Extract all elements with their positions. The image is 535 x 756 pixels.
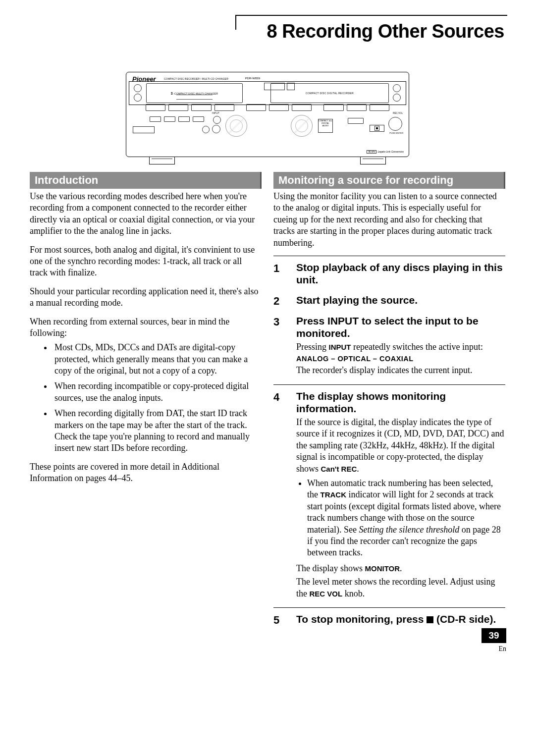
section-heading-introduction: Introduction [30,172,262,189]
intro-p4: When recording from external sources, be… [30,316,262,339]
legato-label: 96 kHzLegato Link Conversion [367,150,404,154]
page-number-badge: 39 [482,628,506,643]
stop-button-panel [374,126,379,131]
rec-vol-knob [388,117,402,131]
device-model: PDR-W839 [245,77,260,80]
right-disc-tray: COMPACT DISC DIGITAL RECORDER [270,83,389,103]
intro-bullet-1: Most CDs, MDs, DCCs and DATs are digital… [53,342,262,377]
chapter-name: Recording Other Sources [282,21,504,42]
intro-p1: Use the various recording modes describe… [30,191,262,237]
intro-bullet-list: Most CDs, MDs, DCCs and DATs are digital… [30,342,262,454]
step-4: 4 The display shows monitoring informati… [273,384,505,607]
step-1: 1 Stop playback of any discs playing in … [273,256,505,294]
step-3: 3 Press INPUT to select the input to be … [273,315,505,384]
input-selector-knob [213,116,221,124]
step-5: 5 To stop monitoring, press (CD-R side). [273,607,505,633]
stop-icon [427,616,433,623]
device-illustration: Pioneer COMPACT DISC RECORDER / MULTI-CD… [0,42,535,172]
brand-subtitle: COMPACT DISC RECORDER / MULTI-CD CHANGER [164,77,228,80]
chapter-number: 8 [267,21,277,42]
intro-p2: For most sources, both analog and digita… [30,244,262,279]
left-disc-tray: 3-COMPACT DISC MULTI CHANGER [146,83,243,103]
intro-bullet-2: When recording incompatible or copy-prot… [53,380,262,404]
intro-p5: These points are covered in more detail … [30,461,262,485]
monitor-intro: Using the monitor facility you can liste… [273,191,505,249]
step-2: 2 Start playing the source. [273,294,505,314]
section-heading-monitoring: Monitoring a source for recording [273,172,505,189]
chapter-title: 8 Recording Other Sources [0,16,535,42]
page-lang: En [482,645,506,653]
step4-bullet: When automatic track numbering has been … [307,478,505,559]
intro-bullet-3: When recording digitally from DAT, the s… [53,408,262,454]
intro-p3: Should your particular recording applica… [30,286,262,309]
